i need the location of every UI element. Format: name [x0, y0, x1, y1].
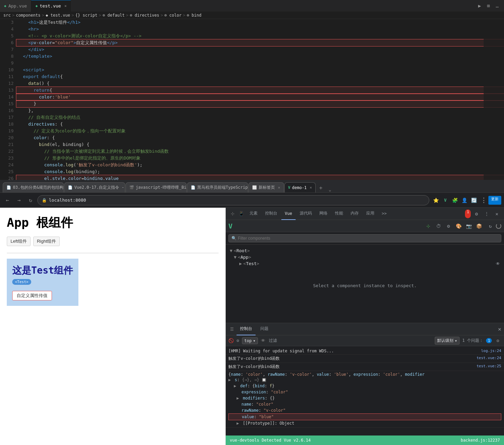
devtools-device-button[interactable]: 📱 — [237, 210, 245, 218]
browser-tab-03[interactable]: 📄 03.包的分类&规范的包结构... ✕ — [3, 182, 64, 192]
eye-filter-button[interactable]: 👁 — [261, 338, 266, 344]
tab-favicon: 📄 — [6, 185, 11, 190]
filter-label: 过滤 — [269, 338, 277, 344]
run-button[interactable]: ▶ — [475, 2, 484, 10]
settings-button[interactable]: ⚙ — [444, 222, 453, 230]
tab-menu-button[interactable]: ⌄ — [327, 186, 333, 192]
tab-favicon: ⬜ — [252, 185, 257, 190]
tab-network[interactable]: 网络 — [316, 208, 331, 220]
vue-devtools-header: V ⊹ ⏱ ⚙ 🎨 📷 📦 ↻ — [226, 220, 504, 232]
bookmark-button[interactable]: ⭐ — [431, 196, 440, 205]
clear-console-button[interactable]: 🚫 — [228, 338, 234, 343]
more-devtools-icon[interactable]: ⋮ — [482, 209, 491, 218]
browser-tab-label: 03.包的分类&规范的包结构... — [13, 185, 64, 190]
console-tab-right: ✕ — [498, 326, 501, 332]
profile-button[interactable]: 👤 — [460, 196, 469, 205]
vue-icon-active: ◆ — [35, 4, 38, 8]
tab-elements[interactable]: 元素 — [246, 208, 261, 220]
log-tree-name: name: "color" — [228, 401, 501, 407]
tab-sources[interactable]: 源代码 — [296, 208, 315, 220]
console-menu-icon[interactable]: ☰ — [228, 326, 235, 333]
browser-tab-label: Vue2.0-17.自定义指令 - 传... — [74, 185, 125, 190]
console-tab-console[interactable]: 控制台 — [237, 323, 256, 335]
arrow-icon: ▼ — [230, 248, 232, 253]
new-tab-button[interactable]: + — [316, 183, 325, 192]
log-message: 触发了v-color的bind函数 — [228, 356, 474, 361]
color-picker-button[interactable]: 🎨 — [454, 222, 463, 230]
console-tab-issues[interactable]: 问题 — [257, 323, 272, 335]
back-button[interactable]: ← — [3, 196, 12, 205]
browser-tab-ts[interactable]: 📄 黑马程序员前端TypeScript... ✕ — [187, 182, 248, 192]
tab-performance[interactable]: 性能 — [332, 208, 347, 220]
tab-application[interactable]: 应用 — [363, 208, 378, 220]
tab-test-vue[interactable]: ◆ test.vue ✕ — [31, 0, 71, 12]
tree-node-root[interactable]: ▼ <Root> — [228, 247, 501, 254]
code-editor[interactable]: 3 <h1>这是Test组件</h1> 4 <hr> 5 <!-- <p v-c… — [0, 19, 504, 180]
close-tab-icon[interactable]: ✕ — [278, 185, 280, 190]
log-entry-vcolor1: 触发了v-color的bind函数 test.vue:24 — [226, 355, 504, 363]
inspect-component-button[interactable]: ⊹ — [424, 222, 433, 230]
tab-memory[interactable]: 内存 — [347, 208, 362, 220]
close-console-button[interactable]: ✕ — [498, 326, 501, 332]
tab-more[interactable]: >> — [378, 208, 390, 220]
more-options-button[interactable]: ⋮ — [479, 196, 488, 205]
code-line-19: 19 // 定义名为color的指令，指向一个配置对象 — [16, 128, 504, 134]
filter-search[interactable]: 🔍 — [228, 234, 501, 242]
tab-console[interactable]: 控制台 — [262, 208, 281, 220]
console-area: ☰ 控制台 问题 ✕ 🚫 ⊙ top ▾ 👁 — [226, 323, 504, 445]
update-button[interactable]: 更新 — [488, 196, 501, 205]
default-level-dropdown[interactable]: 默认级别 ▾ — [435, 337, 460, 345]
test-component-box: 这是Test组件 <Test> 自定义属性传值 — [7, 259, 78, 306]
close-icon[interactable]: ✕ — [64, 4, 67, 8]
code-line-14: 14 color: 'blue' — [16, 94, 504, 100]
browser-tab-demo[interactable]: V demo-1 ✕ — [284, 182, 316, 192]
browser-tab-bili[interactable]: 🎬 javascript-哔哩哔哩_Bilibili ✕ — [126, 182, 187, 192]
devtools-inspect-button[interactable]: ⊹ — [228, 210, 237, 218]
left-component-button[interactable]: Left组件 — [7, 237, 31, 246]
tree-node-app[interactable]: ▼ <App> — [228, 254, 501, 260]
code-line-7: 7 </div> — [16, 46, 504, 53]
console-tabs-bar: ☰ 控制台 问题 ✕ — [226, 323, 504, 335]
component-tree: ▼ <Root> ▼ <App> ▶ <Test> — [226, 245, 504, 270]
tree-node-test[interactable]: ▶ <Test> 👁 — [228, 260, 501, 267]
code-line-11: 11 export default { — [16, 73, 504, 80]
extensions-button[interactable]: 🧩 — [450, 196, 459, 205]
sync-button[interactable]: 🔄 — [469, 196, 478, 205]
settings-icon[interactable]: ⚙ — [472, 209, 481, 218]
vuex-button[interactable]: 📦 — [475, 222, 484, 230]
log-source[interactable]: test.vue:25 — [477, 364, 501, 368]
split-editor-button[interactable]: ⊞ — [484, 2, 492, 10]
log-message: 触发了v-color的bind函数 — [228, 364, 474, 370]
loading-spinner — [496, 223, 501, 229]
filter-input[interactable] — [238, 236, 498, 241]
browser-tab-newtab[interactable]: ⬜ 新标签页 ✕ — [248, 182, 284, 192]
vue-devtools-icon[interactable]: V — [441, 196, 450, 205]
reload-button[interactable]: ↻ — [26, 196, 35, 205]
top-label: top — [244, 338, 252, 343]
eye-icon[interactable]: 👁 — [496, 261, 500, 266]
code-line-12: 12 data() { — [16, 80, 504, 87]
console-settings-icon[interactable]: ⚙ — [494, 337, 501, 344]
dropdown-icon: ▾ — [455, 338, 457, 343]
divider — [7, 253, 219, 253]
log-source[interactable]: test.vue:24 — [477, 356, 501, 360]
log-source[interactable]: log.js:24 — [481, 349, 501, 353]
browser-tab-label: 黑马程序员前端TypeScript... — [197, 185, 248, 190]
log-object-line: {name: 'color', rawName: 'v-color', valu… — [228, 372, 501, 377]
close-devtools-button[interactable]: ✕ — [492, 209, 501, 218]
tab-label: App.vue — [8, 3, 27, 8]
close-tab-icon[interactable]: ✕ — [310, 185, 312, 190]
top-context-dropdown[interactable]: top ▾ — [242, 337, 258, 344]
timeline-button[interactable]: ⏱ — [434, 222, 443, 230]
right-component-button[interactable]: Right组件 — [33, 237, 60, 246]
forward-button[interactable]: → — [14, 196, 24, 205]
tab-vue[interactable]: Vue — [281, 208, 296, 220]
refresh-icon[interactable]: ↻ — [489, 223, 492, 229]
custom-attr-button[interactable]: 自定义属性传值 — [12, 291, 52, 300]
filter-console-button[interactable]: ⊙ — [237, 338, 239, 343]
screenshot-button[interactable]: 📷 — [465, 222, 473, 230]
tab-app-vue[interactable]: ◆ App.vue — [0, 0, 31, 12]
address-bar[interactable]: 🔒 localhost:8080 — [37, 195, 429, 205]
browser-tab-vue[interactable]: 📄 Vue2.0-17.自定义指令 - 传... ✕ — [64, 182, 125, 192]
more-button[interactable]: … — [493, 2, 501, 10]
